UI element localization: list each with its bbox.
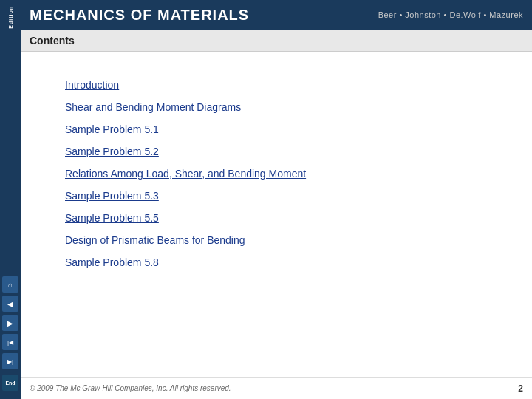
list-item: Sample Problem 5.8 (65, 251, 495, 273)
next-button[interactable]: ▶ (2, 315, 18, 331)
table-of-contents: IntroductionShear and Bending Moment Dia… (65, 74, 495, 273)
first-button[interactable]: |◀ (2, 334, 18, 350)
sidebar-navigation: ⌂ ◀ ▶ |◀ ▶| End (2, 276, 18, 392)
list-item: Sample Problem 5.1 (65, 118, 495, 140)
toc-link-design[interactable]: Design of Prismatic Beams for Bending (65, 234, 245, 246)
toc-link-sp53[interactable]: Sample Problem 5.3 (65, 190, 159, 202)
toc-link-shear-bending[interactable]: Shear and Bending Moment Diagrams (65, 101, 241, 113)
toc-link-relations[interactable]: Relations Among Load, Shear, and Bending… (65, 168, 306, 180)
authors-label: Beer • Johnston • De.Wolf • Mazurek (378, 10, 523, 19)
list-item: Sample Problem 5.5 (65, 207, 495, 229)
list-item: Sample Problem 5.2 (65, 140, 495, 163)
prev-button[interactable]: ◀ (2, 296, 18, 312)
main-content: IntroductionShear and Bending Moment Dia… (21, 52, 532, 369)
list-item: Relations Among Load, Shear, and Bending… (65, 163, 495, 185)
list-item: Sample Problem 5.3 (65, 185, 495, 207)
page-number: 2 (518, 383, 523, 394)
list-item: Introduction (65, 74, 495, 96)
toc-link-sp51[interactable]: Sample Problem 5.1 (65, 123, 159, 135)
home-button[interactable]: ⌂ (2, 276, 18, 293)
toc-link-sp55[interactable]: Sample Problem 5.5 (65, 212, 159, 224)
list-item: Design of Prismatic Beams for Bending (65, 229, 495, 251)
contents-label: Contents (30, 35, 75, 47)
toc-link-intro[interactable]: Introduction (65, 79, 119, 91)
contents-bar: Contents (21, 30, 532, 52)
end-button[interactable]: End (2, 375, 18, 391)
last-button[interactable]: ▶| (2, 353, 18, 369)
list-item: Shear and Bending Moment Diagrams (65, 96, 495, 118)
toc-link-sp52[interactable]: Sample Problem 5.2 (65, 146, 159, 157)
header: MECHANICS OF MATERIALS Beer • Johnston •… (21, 0, 532, 30)
app-title: MECHANICS OF MATERIALS (30, 7, 249, 24)
footer: © 2009 The Mc.Graw-Hill Companies, Inc. … (21, 377, 532, 399)
sidebar: Edition ⌂ ◀ ▶ |◀ ▶| End (0, 0, 21, 399)
edition-label: Edition (8, 6, 13, 29)
toc-link-sp58[interactable]: Sample Problem 5.8 (65, 256, 159, 268)
copyright-text: © 2009 The Mc.Graw-Hill Companies, Inc. … (30, 384, 231, 392)
